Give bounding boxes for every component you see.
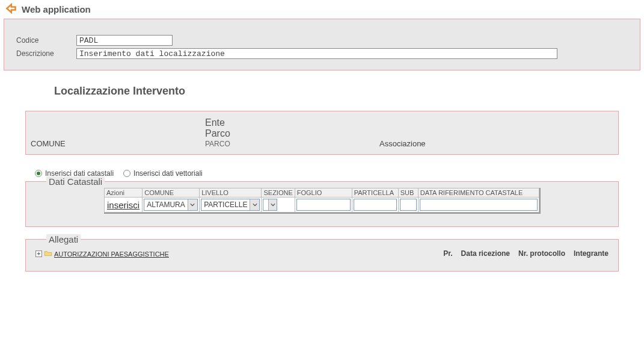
- localizzazione-panel: COMUNE Ente Parco PARCO Associazione: [25, 111, 619, 155]
- chevron-down-icon: [250, 199, 259, 210]
- page-title: Web application: [22, 4, 91, 14]
- col-data-ricezione: Data ricezione: [461, 249, 510, 258]
- col-nr-protocollo: Nr. protocollo: [518, 249, 565, 258]
- catastali-table: Azioni COMUNE LIVELLO SEZIONE FOGLIO PAR…: [104, 188, 539, 213]
- col-livello: LIVELLO: [200, 188, 262, 197]
- descrizione-label: Descrizione: [16, 49, 76, 58]
- allegato-link[interactable]: AUTORIZZAZIONI PAESAGGISTICHE: [54, 250, 169, 258]
- comune-select[interactable]: ALTAMURA: [144, 199, 198, 211]
- livello-select-value: PARTICELLE: [204, 201, 247, 209]
- section-heading: Localizzazione Intervento: [54, 85, 644, 98]
- associazione-header: Associazione: [379, 139, 560, 148]
- col-integrante: Integrante: [574, 249, 609, 258]
- ente-small: PARCO: [205, 140, 379, 148]
- inserisci-action[interactable]: inserisci: [105, 197, 143, 213]
- dati-catastali-panel: Dati Catastali Azioni COMUNE LIVELLO SEZ…: [25, 181, 619, 227]
- col-comune: COMUNE: [143, 188, 200, 197]
- col-azioni: Azioni: [105, 188, 143, 197]
- foglio-input[interactable]: [296, 199, 351, 211]
- radio-icon: [123, 170, 130, 177]
- comune-select-value: ALTAMURA: [147, 201, 185, 209]
- ente-line2: Parco: [205, 128, 379, 139]
- livello-select[interactable]: PARTICELLE: [201, 199, 260, 211]
- chevron-down-icon: [188, 199, 197, 210]
- radio-vettoriali-label: Inserisci dati vettoriali: [133, 169, 203, 178]
- particella-input[interactable]: [354, 199, 397, 211]
- col-sezione: SEZIONE: [262, 188, 295, 197]
- sub-input[interactable]: [400, 199, 417, 211]
- table-row: inserisci ALTAMURA PARTICELLE: [105, 197, 539, 213]
- codice-field[interactable]: PADL: [76, 35, 173, 46]
- tree-expand-icon[interactable]: +: [35, 250, 42, 257]
- allegati-legend: Allegati: [46, 234, 81, 244]
- col-particella: PARTICELLA: [352, 188, 398, 197]
- col-foglio: FOGLIO: [295, 188, 352, 197]
- folder-icon: [44, 250, 54, 258]
- info-panel: Codice PADL Descrizione Inserimento dati…: [4, 19, 640, 70]
- comune-header: COMUNE: [31, 139, 205, 148]
- chevron-down-icon: [268, 199, 277, 210]
- radio-vettoriali[interactable]: Inserisci dati vettoriali: [123, 169, 203, 178]
- dati-catastali-legend: Dati Catastali: [46, 176, 105, 187]
- descrizione-field[interactable]: Inserimento dati localizzazione: [76, 48, 557, 59]
- radio-icon: [35, 170, 42, 177]
- back-icon[interactable]: [5, 2, 22, 16]
- codice-label: Codice: [16, 36, 76, 45]
- col-sub: SUB: [398, 188, 418, 197]
- col-data-rif: DATA RIFERIMENTO CATASTALE: [418, 188, 539, 197]
- col-pr: Pr.: [443, 249, 452, 258]
- ente-line1: Ente: [205, 117, 379, 128]
- data-rif-input[interactable]: [420, 199, 538, 211]
- sezione-select[interactable]: [263, 199, 277, 211]
- allegati-panel: Allegati + AUTORIZZAZIONI PAESAGGISTICHE…: [25, 239, 619, 272]
